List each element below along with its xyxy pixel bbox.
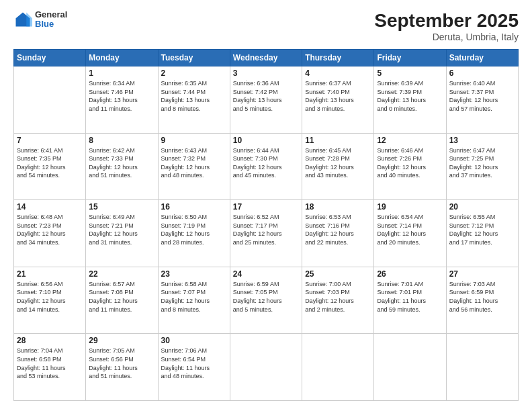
cell-info-line: and 17 minutes. bbox=[449, 239, 492, 246]
cell-info: Sunrise: 6:57 AMSunset: 7:08 PMDaylight:… bbox=[89, 280, 154, 314]
cell-info-line: Daylight: 13 hours bbox=[89, 97, 138, 103]
day-header-thursday: Thursday bbox=[302, 50, 374, 66]
cell-info-line: Daylight: 12 hours bbox=[449, 230, 498, 237]
calendar-cell: 2Sunrise: 6:35 AMSunset: 7:44 PMDaylight… bbox=[158, 66, 230, 134]
calendar-cell: 22Sunrise: 6:57 AMSunset: 7:08 PMDayligh… bbox=[86, 267, 158, 334]
cell-info-line: and 54 minutes. bbox=[17, 172, 60, 179]
cell-info-line: Sunrise: 7:05 AM bbox=[89, 347, 135, 354]
cell-info-line: Daylight: 12 hours bbox=[449, 164, 498, 171]
calendar-cell: 12Sunrise: 6:46 AMSunset: 7:26 PMDayligh… bbox=[374, 133, 446, 200]
day-number: 22 bbox=[89, 269, 154, 279]
cell-info-line: Sunset: 7:37 PM bbox=[449, 89, 494, 95]
cell-info-line: and 2 minutes. bbox=[305, 306, 345, 313]
cell-info: Sunrise: 6:48 AMSunset: 7:23 PMDaylight:… bbox=[17, 213, 83, 246]
cell-info-line: Sunrise: 6:52 AM bbox=[233, 214, 279, 220]
cell-info: Sunrise: 7:03 AMSunset: 6:59 PMDaylight:… bbox=[449, 280, 515, 314]
cell-info-line: Sunset: 7:39 PM bbox=[377, 89, 422, 95]
cell-info-line: Sunset: 7:08 PM bbox=[89, 289, 134, 295]
day-number: 19 bbox=[377, 202, 443, 212]
day-header-monday: Monday bbox=[86, 50, 158, 66]
cell-info-line: Sunset: 6:58 PM bbox=[17, 356, 62, 363]
cell-info-line: and 56 minutes. bbox=[449, 306, 492, 313]
cell-info-line: Sunset: 7:35 PM bbox=[17, 155, 62, 162]
day-number: 2 bbox=[161, 68, 227, 78]
calendar-cell: 20Sunrise: 6:55 AMSunset: 7:12 PMDayligh… bbox=[446, 200, 518, 267]
cell-info-line: Sunrise: 6:53 AM bbox=[305, 214, 351, 220]
cell-info: Sunrise: 6:42 AMSunset: 7:33 PMDaylight:… bbox=[89, 146, 154, 180]
calendar-cell: 17Sunrise: 6:52 AMSunset: 7:17 PMDayligh… bbox=[230, 200, 302, 267]
cell-info-line: Sunrise: 6:58 AM bbox=[161, 281, 208, 287]
cell-info-line: Sunrise: 6:40 AM bbox=[449, 80, 496, 87]
cell-info: Sunrise: 7:00 AMSunset: 7:03 PMDaylight:… bbox=[305, 280, 371, 314]
cell-info: Sunrise: 6:50 AMSunset: 7:19 PMDaylight:… bbox=[161, 213, 227, 246]
calendar-cell bbox=[14, 66, 86, 134]
cell-info: Sunrise: 6:54 AMSunset: 7:14 PMDaylight:… bbox=[377, 213, 443, 246]
day-number: 5 bbox=[377, 68, 443, 78]
day-number: 4 bbox=[305, 68, 371, 78]
cell-info-line: Daylight: 12 hours bbox=[377, 164, 426, 171]
cell-info-line: and 14 minutes. bbox=[17, 306, 60, 313]
cell-info-line: Sunrise: 6:43 AM bbox=[161, 147, 208, 154]
cell-info-line: Sunset: 7:32 PM bbox=[161, 155, 206, 162]
month-title: September 2025 bbox=[374, 10, 519, 32]
cell-info-line: and 5 minutes. bbox=[233, 306, 273, 313]
cell-info: Sunrise: 6:58 AMSunset: 7:07 PMDaylight:… bbox=[161, 280, 227, 314]
cell-info-line: Sunset: 7:23 PM bbox=[17, 222, 62, 229]
day-number: 17 bbox=[233, 202, 299, 212]
cell-info-line: and 34 minutes. bbox=[17, 239, 60, 246]
cell-info: Sunrise: 6:40 AMSunset: 7:37 PMDaylight:… bbox=[449, 79, 515, 113]
cell-info-line: Sunrise: 6:34 AM bbox=[89, 80, 135, 87]
cell-info: Sunrise: 6:52 AMSunset: 7:17 PMDaylight:… bbox=[233, 213, 299, 246]
cell-info-line: and 48 minutes. bbox=[161, 373, 204, 379]
cell-info-line: and 0 minutes. bbox=[377, 105, 416, 112]
calendar-cell: 21Sunrise: 6:56 AMSunset: 7:10 PMDayligh… bbox=[14, 267, 86, 334]
cell-info-line: Sunset: 6:59 PM bbox=[449, 289, 494, 295]
cell-info-line: Sunset: 7:33 PM bbox=[89, 155, 134, 162]
calendar-cell: 24Sunrise: 6:59 AMSunset: 7:05 PMDayligh… bbox=[230, 267, 302, 334]
cell-info-line: Sunrise: 6:49 AM bbox=[89, 214, 135, 220]
cell-info-line: Daylight: 12 hours bbox=[17, 230, 66, 237]
calendar-header-row: SundayMondayTuesdayWednesdayThursdayFrid… bbox=[14, 50, 519, 66]
cell-info-line: and 20 minutes. bbox=[377, 239, 420, 246]
cell-info-line: Sunrise: 7:01 AM bbox=[377, 281, 423, 287]
cell-info-line: and 3 minutes. bbox=[305, 105, 345, 112]
calendar-cell: 4Sunrise: 6:37 AMSunset: 7:40 PMDaylight… bbox=[302, 66, 374, 134]
day-number: 8 bbox=[89, 136, 154, 145]
cell-info-line: Daylight: 11 hours bbox=[377, 298, 426, 304]
cell-info-line: Daylight: 12 hours bbox=[233, 230, 282, 237]
cell-info-line: Sunset: 7:17 PM bbox=[233, 222, 278, 229]
cell-info: Sunrise: 6:35 AMSunset: 7:44 PMDaylight:… bbox=[161, 79, 227, 113]
cell-info-line: Daylight: 12 hours bbox=[17, 164, 66, 171]
cell-info-line: and 43 minutes. bbox=[305, 172, 348, 179]
cell-info-line: Daylight: 12 hours bbox=[305, 298, 354, 304]
title-block: September 2025 Deruta, Umbria, Italy bbox=[374, 10, 519, 42]
cell-info-line: and 37 minutes. bbox=[449, 172, 492, 179]
day-number: 13 bbox=[449, 136, 515, 145]
location: Deruta, Umbria, Italy bbox=[374, 32, 519, 42]
cell-info-line: Daylight: 12 hours bbox=[89, 298, 138, 304]
cell-info-line: Sunrise: 7:03 AM bbox=[449, 281, 496, 287]
cell-info-line: Sunset: 7:05 PM bbox=[233, 289, 278, 295]
cell-info-line: Sunset: 7:12 PM bbox=[449, 222, 494, 229]
cell-info-line: Sunset: 7:44 PM bbox=[161, 89, 206, 95]
svg-marker-1 bbox=[26, 13, 32, 27]
day-number: 1 bbox=[89, 68, 154, 78]
cell-info-line: and 25 minutes. bbox=[233, 239, 276, 246]
cell-info-line: Sunrise: 7:06 AM bbox=[161, 347, 208, 354]
calendar-cell: 18Sunrise: 6:53 AMSunset: 7:16 PMDayligh… bbox=[302, 200, 374, 267]
calendar-cell: 29Sunrise: 7:05 AMSunset: 6:56 PMDayligh… bbox=[86, 334, 158, 401]
cell-info: Sunrise: 6:46 AMSunset: 7:26 PMDaylight:… bbox=[377, 146, 443, 180]
cell-info-line: and 28 minutes. bbox=[161, 239, 204, 246]
cell-info: Sunrise: 6:43 AMSunset: 7:32 PMDaylight:… bbox=[161, 146, 227, 180]
calendar-week-2: 7Sunrise: 6:41 AMSunset: 7:35 PMDaylight… bbox=[14, 133, 519, 200]
day-header-friday: Friday bbox=[374, 50, 446, 66]
cell-info-line: Sunrise: 6:57 AM bbox=[89, 281, 135, 287]
cell-info-line: Sunrise: 6:36 AM bbox=[233, 80, 279, 87]
calendar-week-4: 21Sunrise: 6:56 AMSunset: 7:10 PMDayligh… bbox=[14, 267, 519, 334]
day-number: 27 bbox=[449, 269, 515, 279]
cell-info: Sunrise: 6:55 AMSunset: 7:12 PMDaylight:… bbox=[449, 213, 515, 246]
calendar-cell: 30Sunrise: 7:06 AMSunset: 6:54 PMDayligh… bbox=[158, 334, 230, 401]
cell-info-line: Sunrise: 6:48 AM bbox=[17, 214, 63, 220]
cell-info-line: Daylight: 12 hours bbox=[233, 164, 282, 171]
calendar-cell: 11Sunrise: 6:45 AMSunset: 7:28 PMDayligh… bbox=[302, 133, 374, 200]
